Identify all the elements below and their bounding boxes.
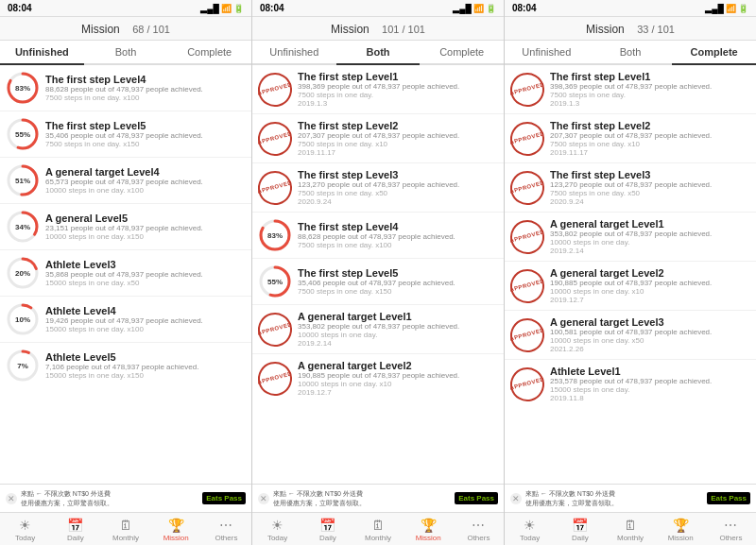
approved-stamp: APPROVED: [254, 68, 296, 110]
mission-meta: 7500 steps in one day. x10: [298, 140, 498, 148]
progress-text: 51%: [15, 177, 30, 185]
mission-meta: 7500 steps in one day. x50: [550, 189, 750, 197]
mission-count: 33 / 101: [637, 24, 675, 35]
mission-item: 51% A general target Level4 65,573 peopl…: [0, 158, 251, 204]
progress-circle: 51%: [6, 163, 40, 197]
mission-text: The first step Level5 35,406 people out …: [45, 120, 246, 148]
status-bar: 08:04 ▂▄█📶🔋: [0, 0, 251, 17]
nav-item-today[interactable]: ☀ Today: [505, 517, 555, 543]
mission-item: 10% Athlete Level4 19,426 people out of …: [0, 297, 251, 343]
mission-text: The first step Level1 398,369 people out…: [298, 71, 498, 108]
nav-item-daily[interactable]: 📅 Daily: [555, 517, 605, 543]
status-icons: ▂▄█📶🔋: [705, 4, 748, 13]
mission-list[interactable]: APPROVED The first step Level1 398,369 p…: [252, 65, 504, 484]
tab-both[interactable]: Both: [336, 41, 421, 65]
progress-text: 10%: [15, 315, 30, 324]
nav-item-today[interactable]: ☀ Today: [0, 517, 50, 543]
tab-complete[interactable]: Complete: [167, 41, 251, 65]
mission-text: A general target Level1 353,802 people o…: [298, 311, 498, 348]
nav-item-daily[interactable]: 📅 Daily: [50, 517, 100, 543]
ad-close-button[interactable]: ✕: [6, 493, 17, 504]
ad-banner: ✕ 來點 ← 不限次數 NT$0 外送費使用優惠方案，立即驚喜領取。 Eats …: [505, 484, 756, 512]
mission-name: The first step Level4: [45, 74, 246, 85]
mission-name: The first step Level2: [298, 120, 498, 131]
wifi-icon: 📶: [726, 4, 736, 13]
tab-both[interactable]: Both: [84, 41, 168, 65]
mission-meta: 15000 steps in one day. x100: [45, 325, 246, 333]
mission-text: The first step Level5 35,406 people out …: [298, 267, 498, 296]
approved-stamp: APPROVED: [507, 166, 548, 208]
mission-text: The first step Level2 207,307 people out…: [298, 120, 498, 157]
mission-name: The first step Level1: [298, 71, 498, 82]
mission-title: Mission: [331, 23, 369, 36]
mission-title: Mission: [81, 23, 120, 36]
nav-item-monthly[interactable]: 🗓 Monthly: [352, 517, 403, 543]
nav-item-mission[interactable]: 🏆 Mission: [404, 517, 454, 543]
ad-close-button[interactable]: ✕: [258, 493, 269, 504]
mission-meta: 15000 steps in one day. x150: [45, 371, 246, 380]
nav-label: Monthly: [112, 534, 139, 542]
mission-name: Athlete Level4: [45, 305, 246, 316]
nav-item-today[interactable]: ☀ Today: [252, 517, 302, 543]
tab-complete[interactable]: Complete: [672, 41, 756, 65]
mission-text: A general target Level3 100,581 people o…: [550, 316, 750, 353]
nav-item-others[interactable]: ⋯ Others: [706, 517, 756, 543]
mission-date: 2019.12.7: [550, 296, 750, 304]
nav-item-others[interactable]: ⋯ Others: [201, 517, 251, 543]
mission-desc: 88,628 people out of 478,937 people achi…: [45, 85, 246, 94]
tab-unfinished[interactable]: Unfinished: [252, 41, 336, 65]
mission-text: The first step Level4 88,628 people out …: [298, 221, 498, 249]
nav-label: Today: [15, 534, 35, 542]
progress-text: 7%: [17, 362, 28, 370]
mission-meta: 7500 steps in one day. x150: [298, 287, 498, 296]
tab-both[interactable]: Both: [589, 41, 673, 65]
mission-text: A general Level5 23,151 people out of 47…: [45, 213, 246, 241]
eats-pass-logo: Eats Pass: [455, 492, 498, 504]
nav-icon-others: ⋯: [219, 518, 232, 533]
mission-meta: 7500 steps in one day. x100: [45, 94, 246, 102]
mission-name: Athlete Level3: [45, 259, 246, 270]
nav-item-mission[interactable]: 🏆 Mission: [151, 517, 201, 543]
status-bar: 08:04 ▂▄█📶🔋: [252, 0, 504, 17]
signal-icon: ▂▄█: [705, 4, 724, 13]
mission-list[interactable]: 83% The first step Level4 88,628 people …: [0, 65, 251, 484]
mission-title: Mission: [586, 23, 625, 36]
mission-list[interactable]: APPROVED The first step Level1 398,369 p…: [505, 65, 756, 484]
mission-header: Mission 101 / 101: [252, 17, 504, 41]
mission-item: 34% A general Level5 23,151 people out o…: [0, 204, 251, 250]
status-icons: ▂▄█📶🔋: [200, 4, 244, 13]
battery-icon: 🔋: [738, 4, 748, 13]
nav-item-monthly[interactable]: 🗓 Monthly: [100, 517, 150, 543]
approved-stamp: APPROVED: [254, 357, 296, 399]
mission-date: 2021.2.26: [550, 345, 750, 353]
mission-text: Athlete Level4 19,426 people out of 478,…: [45, 305, 246, 333]
ad-close-button[interactable]: ✕: [510, 493, 522, 504]
ad-text: 來點 ← 不限次數 NT$0 外送費使用優惠方案，立即驚喜領取。: [525, 489, 703, 508]
tabs: Unfinished Both Complete: [505, 41, 756, 65]
mission-desc: 398,369 people out of 478,937 people ach…: [298, 82, 498, 91]
nav-label: Mission: [668, 534, 694, 542]
mission-desc: 353,802 people out of 478,937 people ach…: [298, 322, 498, 331]
mission-meta: 10000 steps in one day. x150: [45, 232, 246, 241]
nav-item-mission[interactable]: 🏆 Mission: [656, 517, 706, 543]
tab-unfinished[interactable]: Unfinished: [505, 41, 589, 65]
nav-icon-daily: 📅: [572, 518, 588, 533]
approved-stamp: APPROVED: [507, 363, 548, 404]
eats-pass-logo: Eats Pass: [202, 492, 246, 504]
progress-circle: 83%: [6, 71, 40, 105]
battery-icon: 🔋: [486, 4, 496, 13]
tab-complete[interactable]: Complete: [420, 41, 504, 65]
mission-item: APPROVED The first step Level1 398,369 p…: [252, 65, 504, 114]
tab-unfinished[interactable]: Unfinished: [0, 41, 84, 65]
status-time: 08:04: [512, 3, 537, 13]
nav-item-monthly[interactable]: 🗓 Monthly: [605, 517, 655, 543]
progress-text: 55%: [267, 278, 283, 286]
progress-text: 34%: [15, 223, 30, 231]
status-time: 08:04: [260, 3, 284, 13]
nav-item-daily[interactable]: 📅 Daily: [302, 517, 352, 543]
nav-item-others[interactable]: ⋯ Others: [454, 517, 504, 543]
mission-name: The first step Level5: [298, 267, 498, 279]
screen-1: 08:04 ▂▄█📶🔋 Mission 68 / 101 Unfinished …: [0, 0, 252, 545]
mission-item: APPROVED A general target Level3 100,581…: [505, 311, 756, 360]
mission-date: 2019.11.17: [298, 148, 498, 157]
